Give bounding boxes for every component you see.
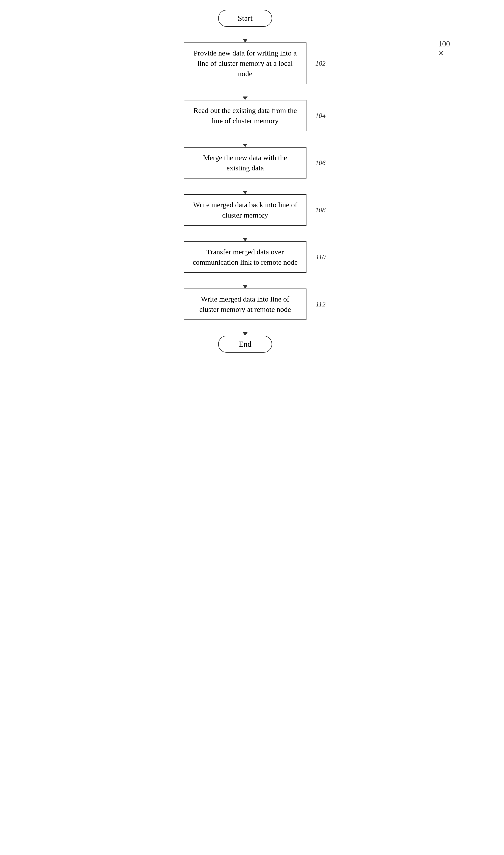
arrow-icon-5 [243, 238, 248, 241]
step-106-text: Merge the new data with the existing dat… [203, 154, 287, 172]
step-106-label: 106 [315, 158, 326, 168]
arrow-icon-6 [243, 285, 248, 289]
arrow-symbol-icon: ⤨ [438, 49, 444, 56]
step-102-label: 102 [315, 58, 326, 68]
step-110-box: Transfer merged data over communication … [184, 241, 306, 273]
diagram-label: 100 ⤨ [438, 39, 450, 57]
step-112-label: 112 [316, 299, 326, 309]
step-104-box: Read out the existing data from the line… [184, 100, 306, 132]
step-102-box: Provide new data for writing into a line… [184, 42, 306, 84]
arrow-icon-2 [243, 97, 248, 100]
step-112-box: Write merged data into line of cluster m… [184, 289, 306, 320]
step-110-text: Transfer merged data over communication … [193, 248, 298, 266]
connector-line-2 [245, 84, 245, 97]
connector-line-5 [245, 226, 245, 238]
step-104-text: Read out the existing data from the line… [193, 106, 297, 125]
connector-line-4 [245, 178, 245, 191]
arrow-icon-7 [243, 332, 248, 336]
step-108-box: Write merged data back into line of clus… [184, 194, 306, 226]
start-terminal: Start [218, 10, 272, 27]
connector-line-7 [245, 320, 245, 332]
end-terminal: End [218, 336, 272, 353]
connector-line-6 [245, 273, 245, 285]
diagram-number: 100 [438, 39, 450, 48]
flowchart: Start Provide new data for writing into … [176, 10, 314, 353]
step-108-label: 108 [315, 205, 326, 215]
step-112-text: Write merged data into line of cluster m… [199, 295, 291, 313]
connector-line-1 [245, 27, 245, 39]
start-label: Start [238, 14, 252, 22]
step-106-box: Merge the new data with the existing dat… [184, 147, 306, 178]
end-label: End [239, 339, 252, 348]
step-102-text: Provide new data for writing into a line… [194, 49, 296, 77]
arrow-icon-3 [243, 144, 248, 147]
arrow-icon-4 [243, 191, 248, 194]
step-110-label: 110 [316, 252, 326, 262]
connector-line-3 [245, 132, 245, 144]
arrow-icon-1 [243, 39, 248, 42]
step-108-text: Write merged data back into line of clus… [193, 200, 298, 219]
step-104-label: 104 [315, 111, 326, 120]
